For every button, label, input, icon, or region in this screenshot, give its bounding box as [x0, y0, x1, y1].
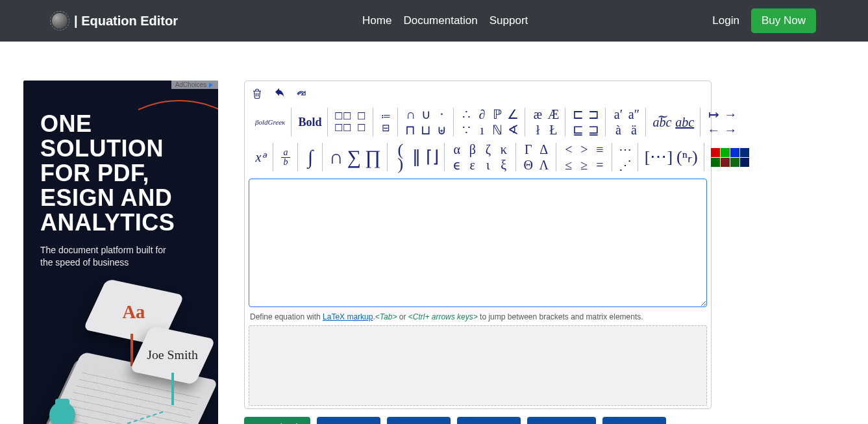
sym-partial[interactable]: ∂: [476, 107, 488, 121]
sym-sqsubseteq[interactable]: ⊑: [572, 123, 584, 137]
latex-input[interactable]: [249, 179, 707, 307]
sym-dprime[interactable]: a″: [628, 107, 639, 121]
sym-le[interactable]: ≤: [563, 158, 575, 172]
sym-measuredangle[interactable]: ∢: [507, 123, 519, 137]
ad-tile-sig-label: Joe Smith: [147, 347, 199, 362]
sym-cup[interactable]: ∪: [420, 107, 432, 121]
latex-markup-link[interactable]: LaTeX markup: [323, 312, 373, 321]
sym-angle[interactable]: ∠: [507, 107, 519, 121]
btn-fraction[interactable]: a b: [280, 148, 291, 167]
btn-floor[interactable]: ⌈⌋: [427, 150, 438, 164]
btn-norm[interactable]: ‖: [411, 150, 423, 164]
sym-zeta[interactable]: ζ: [482, 142, 494, 156]
sym-rarrow2[interactable]: →: [724, 123, 737, 137]
sym-beta[interactable]: β: [467, 142, 478, 156]
color-swatch[interactable]: [711, 148, 720, 157]
sym-eq[interactable]: =: [594, 158, 606, 172]
sym-grave[interactable]: à: [612, 123, 624, 137]
btn-prod[interactable]: ∏: [365, 150, 381, 164]
sym-sqcup[interactable]: ⊔: [420, 123, 432, 137]
sym-prime[interactable]: a′: [612, 107, 624, 121]
btn-paren[interactable]: ( ): [394, 143, 407, 171]
btn-integral[interactable]: ∫: [304, 150, 316, 164]
btn-template-col[interactable]: ☐☐: [355, 111, 367, 133]
sym-Delta[interactable]: Δ: [538, 142, 550, 156]
sym-alpha[interactable]: α: [451, 142, 463, 156]
login-link[interactable]: Login: [712, 14, 739, 27]
sym-sqsupseteq[interactable]: ⊒: [588, 123, 599, 137]
btn-underline[interactable]: abc: [675, 115, 694, 129]
nav-documentation[interactable]: Documentation: [403, 14, 477, 27]
btn-bigcap[interactable]: ∩: [329, 150, 343, 164]
format-select[interactable]: svg: [317, 417, 380, 424]
btn-align[interactable]: ≔⊟: [380, 111, 391, 133]
sym-ddots[interactable]: ⋰: [619, 158, 632, 172]
sym-Lslash[interactable]: Ł: [547, 123, 559, 137]
sym-uplus[interactable]: ⊎: [436, 123, 447, 137]
grp-primes: a′à a″ä: [606, 106, 646, 138]
scale-select[interactable]: 100: [457, 417, 521, 424]
background-select[interactable]: Transparent: [527, 417, 596, 424]
sym-sqsupset[interactable]: ⊐: [588, 107, 599, 121]
sym-larrow[interactable]: ←: [707, 123, 720, 137]
sym-cdot[interactable]: ·: [436, 107, 447, 121]
undo-icon[interactable]: [273, 88, 285, 99]
sym-mapsto[interactable]: ↦: [707, 107, 720, 121]
buy-now-button[interactable]: Buy Now: [751, 8, 816, 33]
btn-bmatrix[interactable]: [⋯]: [645, 150, 673, 164]
sym-because[interactable]: ∵: [460, 123, 472, 137]
color-swatch[interactable]: [730, 158, 739, 167]
nav-home[interactable]: Home: [362, 14, 391, 27]
sym-lslash[interactable]: ł: [532, 123, 543, 137]
sym-Theta[interactable]: Θ: [523, 158, 534, 172]
sym-rarrow[interactable]: →: [724, 107, 737, 121]
sym-xi[interactable]: ξ: [498, 158, 510, 172]
color-swatch[interactable]: [740, 148, 749, 157]
sym-therefore[interactable]: ∴: [460, 107, 472, 121]
btn-superscript[interactable]: xᵃ: [255, 150, 267, 164]
sym-cap[interactable]: ∩: [404, 107, 416, 121]
sym-Lambda[interactable]: Λ: [538, 158, 550, 172]
btn-bold[interactable]: Bold: [298, 115, 321, 129]
trash-icon[interactable]: [251, 88, 263, 99]
ad-banner[interactable]: AdChoices ONE SOLUTION FOR PDF, ESIGN AN…: [23, 81, 218, 424]
sym-ge[interactable]: ≥: [578, 158, 590, 172]
sym-bbN[interactable]: ℕ: [491, 123, 503, 137]
sym-kappa[interactable]: κ: [498, 142, 510, 156]
sym-equiv[interactable]: ≡: [594, 142, 606, 156]
color-swatch[interactable]: [721, 158, 730, 167]
ad-tile-font-label: Aa: [123, 302, 145, 323]
download-button[interactable]: Download: [244, 417, 310, 424]
sym-uml[interactable]: ä: [628, 123, 639, 137]
color-swatch[interactable]: [721, 148, 730, 157]
sym-AE[interactable]: Æ: [547, 107, 559, 121]
color-swatch[interactable]: [711, 158, 720, 167]
sym-Gamma[interactable]: Γ: [523, 142, 534, 156]
grp-greek-upper: ΓΘ ΔΛ: [516, 141, 556, 173]
sym-imath[interactable]: ı: [476, 123, 488, 137]
nav-support[interactable]: Support: [490, 14, 528, 27]
color-swatch[interactable]: [740, 158, 749, 167]
grp-bigops: ∩ ∑ ∏: [323, 141, 388, 173]
sym-gt[interactable]: >: [578, 142, 590, 156]
color-swatch[interactable]: [730, 148, 739, 157]
sym-cdots[interactable]: ⋯: [619, 142, 632, 156]
sym-eps[interactable]: ϵ: [451, 158, 463, 172]
display-select[interactable]: Block: [602, 417, 666, 424]
brand-title: | Equation Editor: [74, 14, 178, 29]
btn-sum[interactable]: ∑: [347, 150, 361, 164]
btn-bold-greek[interactable]: βoldGreeκ: [255, 115, 285, 129]
sym-ae[interactable]: æ: [532, 107, 543, 121]
btn-binom[interactable]: (ⁿᵣ): [676, 150, 698, 164]
sym-sqsubset[interactable]: ⊏: [572, 107, 584, 121]
btn-widetilde[interactable]: ∼abc: [652, 115, 671, 129]
sym-vareps[interactable]: ε: [467, 158, 478, 172]
sym-iota[interactable]: ι: [482, 158, 494, 172]
grp-ligatures: æł ÆŁ: [525, 106, 565, 138]
sym-sqcap[interactable]: ⊓: [404, 123, 416, 137]
sym-bbP[interactable]: ℙ: [491, 107, 503, 121]
redo-icon[interactable]: [295, 88, 307, 99]
btn-template-grid[interactable]: ☐☐☐☐: [334, 111, 351, 133]
sym-lt[interactable]: <: [563, 142, 575, 156]
size-select[interactable]: 10 pt: [387, 417, 451, 424]
